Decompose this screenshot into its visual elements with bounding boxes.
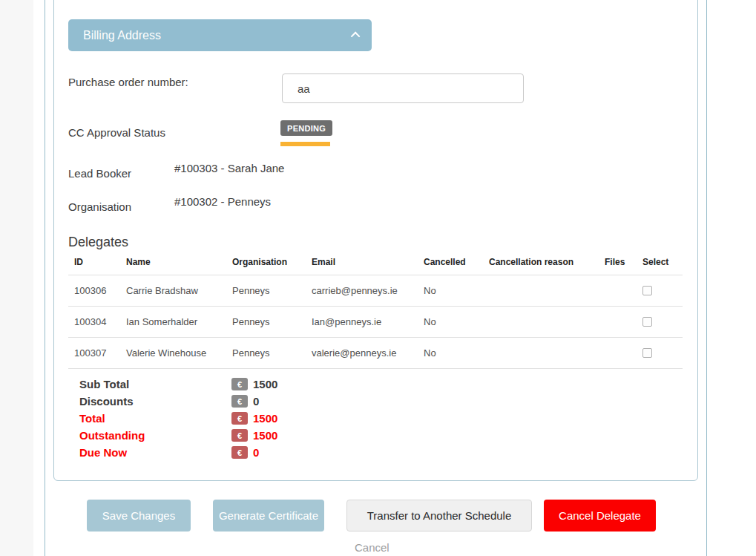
cc-approval-status-badge: PENDING bbox=[280, 120, 332, 136]
delegate-files bbox=[599, 338, 637, 369]
euro-icon: € bbox=[231, 446, 248, 459]
billing-address-title: Billing Address bbox=[83, 29, 161, 42]
cancel-delegate-button[interactable]: Cancel Delegate bbox=[544, 500, 656, 532]
due-now-label: Due Now bbox=[79, 446, 231, 459]
col-header-cancelled: Cancelled bbox=[418, 255, 483, 275]
organisation-label: Organisation bbox=[68, 200, 131, 213]
delegate-id: 100307 bbox=[68, 338, 120, 369]
outer-panel-border-right bbox=[706, 0, 707, 556]
billing-address-section-toggle[interactable]: Billing Address bbox=[68, 19, 372, 51]
totals-summary: Sub Total € 1500 Discounts € 0 Total € 1… bbox=[79, 376, 277, 461]
euro-icon: € bbox=[231, 412, 248, 425]
generate-certificate-button[interactable]: Generate Certificate bbox=[213, 500, 324, 532]
discounts-row: Discounts € 0 bbox=[79, 393, 277, 410]
delegate-id: 100304 bbox=[68, 307, 120, 338]
discounts-value: 0 bbox=[253, 395, 259, 408]
purchase-order-label: Purchase order number: bbox=[68, 76, 188, 88]
delegate-name: Carrie Bradshaw bbox=[120, 275, 226, 307]
subtotal-row: Sub Total € 1500 bbox=[79, 376, 277, 393]
col-header-cancellation-reason: Cancellation reason bbox=[483, 255, 599, 275]
euro-icon: € bbox=[231, 378, 248, 390]
delegates-heading: Delegates bbox=[68, 235, 128, 250]
delegate-cancellation-reason bbox=[483, 275, 599, 307]
chevron-up-icon bbox=[351, 32, 361, 42]
delegate-cancelled: No bbox=[418, 338, 483, 369]
lead-booker-value: #100303 - Sarah Jane bbox=[174, 162, 284, 174]
lead-booker-label: Lead Booker bbox=[68, 167, 131, 180]
delegate-row: 100306 Carrie Bradshaw Penneys carrieb@p… bbox=[68, 275, 683, 307]
subtotal-label: Sub Total bbox=[79, 378, 231, 390]
delegates-header-row: ID Name Organisation Email Cancelled Can… bbox=[68, 255, 683, 275]
delegate-organisation: Penneys bbox=[226, 307, 306, 338]
outstanding-row: Outstanding € 1500 bbox=[79, 427, 277, 444]
delegate-cancellation-reason bbox=[483, 338, 599, 369]
delegate-select-checkbox[interactable] bbox=[642, 317, 652, 327]
delegate-email: Ian@penneys.ie bbox=[306, 307, 418, 338]
delegate-organisation: Penneys bbox=[226, 275, 306, 307]
col-header-files: Files bbox=[599, 255, 637, 275]
due-now-value: 0 bbox=[253, 446, 259, 459]
col-header-id: ID bbox=[68, 255, 120, 275]
delegate-files bbox=[599, 307, 637, 338]
discounts-label: Discounts bbox=[79, 395, 231, 408]
delegate-cancelled: No bbox=[418, 307, 483, 338]
col-header-email: Email bbox=[306, 255, 418, 275]
total-row: Total € 1500 bbox=[79, 410, 277, 427]
page-gutter bbox=[0, 0, 33, 556]
cc-approval-status-underline bbox=[280, 142, 330, 146]
delegate-files bbox=[599, 275, 637, 307]
delegates-table: ID Name Organisation Email Cancelled Can… bbox=[68, 255, 683, 369]
page: Billing Address Purchase order number: C… bbox=[0, 0, 756, 556]
save-changes-button[interactable]: Save Changes bbox=[87, 500, 191, 532]
euro-icon: € bbox=[231, 429, 248, 442]
delegate-name: Valerie Winehouse bbox=[120, 338, 226, 369]
delegate-email: carrieb@penneys.ie bbox=[306, 275, 418, 307]
purchase-order-input[interactable] bbox=[282, 73, 524, 103]
total-label: Total bbox=[79, 412, 231, 425]
delegate-select-checkbox[interactable] bbox=[642, 348, 652, 358]
cc-approval-label: CC Approval Status bbox=[68, 126, 165, 139]
euro-icon: € bbox=[231, 395, 248, 408]
col-header-organisation: Organisation bbox=[226, 255, 306, 275]
delegate-cancellation-reason bbox=[483, 307, 599, 338]
cancel-link[interactable]: Cancel bbox=[355, 541, 389, 554]
delegate-email: valerie@penneys.ie bbox=[306, 338, 418, 369]
delegate-row: 100304 Ian Somerhalder Penneys Ian@penne… bbox=[68, 307, 683, 338]
due-now-row: Due Now € 0 bbox=[79, 444, 277, 461]
delegate-cancelled: No bbox=[418, 275, 483, 307]
col-header-select: Select bbox=[637, 255, 683, 275]
outer-panel-border-left bbox=[45, 0, 45, 556]
subtotal-value: 1500 bbox=[253, 378, 277, 390]
transfer-schedule-button[interactable]: Transfer to Another Schedule bbox=[346, 500, 532, 532]
delegate-id: 100306 bbox=[68, 275, 120, 307]
delegate-name: Ian Somerhalder bbox=[120, 307, 226, 338]
delegate-row: 100307 Valerie Winehouse Penneys valerie… bbox=[68, 338, 683, 369]
delegate-organisation: Penneys bbox=[226, 338, 306, 369]
delegate-select-checkbox[interactable] bbox=[642, 286, 652, 295]
organisation-value: #100302 - Penneys bbox=[174, 195, 271, 208]
outstanding-label: Outstanding bbox=[79, 429, 231, 442]
total-value: 1500 bbox=[253, 412, 277, 425]
outstanding-value: 1500 bbox=[253, 429, 277, 442]
col-header-name: Name bbox=[120, 255, 226, 275]
